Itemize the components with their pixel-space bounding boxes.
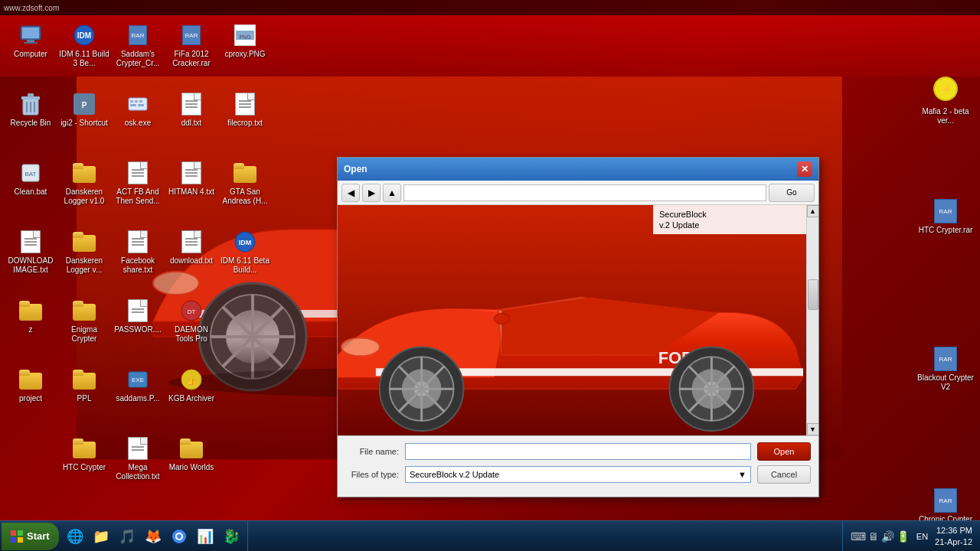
tray-volume-icon[interactable]: 🔊 <box>881 530 894 543</box>
kgb-icon: 👍 <box>179 367 204 392</box>
txt-icon <box>179 92 204 116</box>
taskbar-folder-icon[interactable]: 📁 <box>89 524 113 549</box>
tray-keyboard-icon[interactable]: ⌨ <box>851 530 866 543</box>
desktop-icon-computer[interactable]: Computer <box>4 23 57 60</box>
filename-input[interactable] <box>405 443 751 460</box>
scroll-up-button[interactable]: ▲ <box>807 205 819 217</box>
dialog-list-item-update[interactable]: v.2 Update <box>657 220 802 230</box>
svg-rect-23 <box>22 28 39 38</box>
desktop-icon-label: Clean.bat <box>13 187 49 197</box>
desktop-icon-mafia2[interactable]: ⚡ Mafia 2 - beta ver... <box>915 77 976 126</box>
svg-text:EXE: EXE <box>132 377 144 383</box>
desktop-icon-label: filecrop.txt <box>226 118 264 129</box>
taskbar-ie-icon[interactable]: 🌐 <box>63 524 87 549</box>
dialog-file-area[interactable]: FORD GT <box>338 205 806 435</box>
taskbar-app6-icon[interactable]: 🐉 <box>219 524 243 549</box>
nav-up-button[interactable]: ▲ <box>383 184 401 202</box>
desktop-icon-label: FiFa 2012 Cracker.rar <box>165 49 218 69</box>
clock-date: 21-Apr-12 <box>935 536 972 547</box>
svg-point-83 <box>177 534 181 539</box>
desktop-icon-idm-beta[interactable]: IDM IDM 6.11 Beta Build... <box>218 230 272 276</box>
desktop-icon-label: Mario Worlds <box>168 462 216 473</box>
desktop-icon-label: Danskeren Logger v... <box>57 256 111 276</box>
watermark-bar: www.zdsoft.com <box>0 0 980 15</box>
scrollbar-track[interactable] <box>807 217 819 423</box>
scrollbar-thumb[interactable] <box>808 279 818 310</box>
cancel-button[interactable]: Cancel <box>757 465 811 484</box>
folder3-icon <box>72 230 96 254</box>
dialog-list-item-secureblock[interactable]: SecureBlock <box>657 209 802 220</box>
desktop-icon-label: Computer <box>12 49 49 60</box>
dialog-content: FORD GT <box>338 205 818 435</box>
desktop-icon-cproxy[interactable]: PNG cproxy.PNG <box>218 23 272 60</box>
desktop-icon-facebook-share[interactable]: Facebook share.txt <box>111 230 165 276</box>
desktop-icon-htc-crypter[interactable]: RAR HTC Crypter.rar <box>915 199 976 236</box>
osk-icon <box>126 92 150 116</box>
right-icon-label: HTC Crypter.rar <box>917 225 975 236</box>
desktop-icon-kgb[interactable]: 👍 KGB Archiver <box>165 367 218 404</box>
rar2-icon: RAR <box>179 23 204 47</box>
desktop-icon-label: GTA San Andreas (H... <box>218 187 272 207</box>
dialog-title: Open <box>344 164 368 174</box>
open-button[interactable]: Open <box>757 442 811 461</box>
desktop-icon-download-txt[interactable]: download.txt <box>165 230 218 266</box>
taskbar-media-icon[interactable]: 🎵 <box>115 524 139 549</box>
desktop-icon-ddl[interactable]: ddl.txt <box>165 92 218 129</box>
filetype-dropdown[interactable]: SecureBlock v.2 Update ▼ <box>405 466 751 483</box>
start-button[interactable]: Start <box>2 523 59 550</box>
desktop-icon-blackout[interactable]: RAR Blackout Crypter V2 <box>915 347 976 393</box>
desktop-icon-cleanbat[interactable]: BAT Clean.bat <box>4 161 57 197</box>
desktop-icon-htc-folder[interactable]: HTC Crypter <box>57 436 111 473</box>
dialog-titlebar[interactable]: Open ✕ <box>338 158 818 181</box>
svg-rect-78 <box>18 530 23 536</box>
desktop-icon-z[interactable]: z <box>4 298 57 335</box>
dialog-go-button[interactable]: Go <box>769 184 815 202</box>
desktop-icon-daemon[interactable]: DT DAEMON Tools Pro <box>165 298 218 344</box>
desktop-icon-recycle-bin[interactable]: Recycle Bin <box>4 92 57 129</box>
desktop-icon-osk[interactable]: osk.exe <box>111 92 165 129</box>
dialog-close-button[interactable]: ✕ <box>797 161 812 177</box>
desktop-icon-mario[interactable]: Mario Worlds <box>165 436 218 473</box>
tray-battery-icon[interactable]: 🔋 <box>897 530 910 543</box>
taskbar-chrome-icon[interactable] <box>167 524 191 549</box>
desktop-icon-project[interactable]: project <box>4 367 57 404</box>
desktop-icon-gta[interactable]: GTA San Andreas (H... <box>218 161 272 207</box>
desktop-icon-ppl[interactable]: PPL <box>57 367 111 404</box>
svg-rect-80 <box>18 537 23 543</box>
desktop-icon-label: Facebook share.txt <box>111 256 165 276</box>
filetype-label: Files of type: <box>345 470 399 479</box>
taskbar-firefox-icon[interactable]: 🦊 <box>141 524 165 549</box>
desktop-icon-danskeren1[interactable]: Danskeren Logger v1.0 <box>57 161 111 207</box>
dialog-scrollbar[interactable]: ▲ ▼ <box>806 205 818 435</box>
svg-rect-40 <box>130 100 133 103</box>
desktop-icon-filecrop[interactable]: filecrop.txt <box>218 92 272 129</box>
desktop-icon-label: osk.exe <box>123 118 152 129</box>
nav-back-button[interactable]: ◀ <box>341 184 360 202</box>
desktop-icon-mega[interactable]: Mega Collection.txt <box>111 436 165 482</box>
desktop-icon-enigma[interactable]: Enigma Crypter <box>57 298 111 344</box>
nav-forward-button[interactable]: ▶ <box>362 184 381 202</box>
language-indicator[interactable]: EN <box>913 530 931 543</box>
desktop-icon-password[interactable]: PASSWOR.... <box>111 298 165 335</box>
desktop-icon-idm-build[interactable]: IDM IDM 6.11 Build 3 Be... <box>57 23 111 69</box>
folder6-icon <box>18 367 43 392</box>
dialog-car-image: FORD GT <box>338 205 806 435</box>
desktop-icon-act-fb[interactable]: ACT FB And Then Send... <box>111 161 165 207</box>
svg-text:DT: DT <box>188 308 196 315</box>
desktop-icon-danskeren2[interactable]: Danskeren Logger v... <box>57 230 111 276</box>
desktop-icon-igi2[interactable]: P igi2 - Shortcut <box>57 92 111 129</box>
taskbar-app5-icon[interactable]: 📊 <box>193 524 217 549</box>
desktop-icon-download-image[interactable]: DOWNLOAD IMAGE.txt <box>4 230 57 276</box>
desktop-icon-fifa[interactable]: RAR FiFa 2012 Cracker.rar <box>165 23 218 69</box>
dialog-path-input[interactable] <box>403 184 766 201</box>
desktop-icon-saddams-p[interactable]: EXE saddams.P... <box>111 367 165 404</box>
desktop-icon-crypter-cr[interactable]: RAR Saddam's Crypter_Cr... <box>111 23 165 69</box>
desktop-icon-label: Saddam's Crypter_Cr... <box>111 49 165 69</box>
blackout-icon: RAR <box>934 347 957 371</box>
scroll-down-button[interactable]: ▼ <box>807 423 819 435</box>
desktop-icon-hitman[interactable]: HITMAN 4.txt <box>165 161 218 197</box>
right-desktop-icons: ⚡ Mafia 2 - beta ver... RAR HTC Crypter.… <box>919 61 980 389</box>
tray-network-icon[interactable]: 🖥 <box>868 530 879 543</box>
open-dialog: Open ✕ ◀ ▶ ▲ Go <box>337 157 819 497</box>
svg-point-75 <box>494 314 509 324</box>
